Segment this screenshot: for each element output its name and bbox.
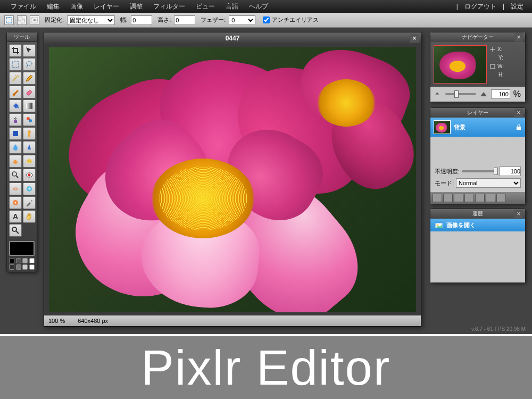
swatch[interactable] [29,258,35,263]
selection-mode-add-icon[interactable] [17,15,27,25]
swatch[interactable] [9,264,14,270]
delete-layer-icon[interactable] [464,194,474,202]
svg-point-7 [18,107,19,109]
move-tool-icon[interactable] [23,44,36,57]
opacity-label: 不透明度: [435,168,460,176]
tools-panel: ツール A [6,32,37,272]
replace-color-tool-icon[interactable] [23,113,36,126]
history-title[interactable]: 履歴 × [430,209,525,219]
zoomout-icon[interactable] [435,92,442,97]
close-icon[interactable]: × [514,210,523,218]
history-title-text: 履歴 [472,211,483,217]
shape-tool-icon[interactable] [9,127,22,140]
svg-point-6 [27,61,32,65]
lasso-tool-icon[interactable] [23,58,36,71]
history-item[interactable]: 画像を開く [430,219,525,231]
swatch[interactable] [16,258,21,263]
selection-mode-new-icon[interactable] [4,15,14,25]
history-panel: 履歴 × 画像を開く [430,209,526,283]
svg-point-32 [437,225,438,226]
clone-tool-icon[interactable] [9,113,22,126]
zoomin-icon[interactable] [479,91,488,97]
navigator-thumbnail[interactable] [434,45,487,84]
foreground-color[interactable] [9,241,35,256]
pencil-tool-icon[interactable] [23,72,36,85]
navigator-title[interactable]: ナビゲーター × [430,32,525,42]
layer-row[interactable]: 背景 [430,118,525,137]
close-icon[interactable]: × [514,33,523,41]
color-picker[interactable] [7,239,37,272]
zoom-slider[interactable] [445,93,476,95]
crop-tool-icon[interactable] [9,44,22,57]
height-label: 高さ: [157,16,171,24]
swatch[interactable] [9,258,14,263]
menu-filter[interactable]: フィルター [148,2,190,11]
close-icon[interactable]: × [410,34,419,43]
selection-mode-subtract-icon[interactable] [30,15,39,25]
menu-file[interactable]: ファイル [5,2,41,11]
close-icon[interactable]: × [514,109,523,117]
bloat-tool-icon[interactable] [23,182,36,195]
layers-panel: レイヤー × 背景 不透明度: モード [430,107,526,204]
zoom-input[interactable] [491,89,510,99]
svg-rect-0 [6,17,12,23]
down-icon[interactable] [486,194,495,202]
swatch[interactable] [22,264,28,270]
menu-separator: | [453,3,461,10]
mode-label: モード: [435,179,454,187]
deform-tool-icon[interactable] [23,127,36,140]
opacity-input[interactable] [500,167,521,176]
menu-help[interactable]: ヘルプ [244,2,273,11]
menu-language[interactable]: 言語 [220,2,244,11]
heal-tool-icon[interactable] [9,182,22,195]
layers-title[interactable]: レイヤー × [430,108,525,118]
swatch[interactable] [22,258,28,263]
sponge-tool-icon[interactable] [23,155,36,168]
canvas-window: 0447 × [44,32,421,327]
gradient-tool-icon[interactable] [23,99,36,112]
pinch-tool-icon[interactable] [9,196,22,209]
menu-logout[interactable]: ログアウト [461,2,500,11]
canvas-title[interactable]: 0447 × [44,32,421,44]
lock-icon[interactable] [516,124,522,130]
feather-select[interactable]: 0 [229,15,255,25]
mask-icon[interactable] [443,194,453,202]
svg-rect-29 [491,64,495,69]
width-input[interactable] [131,15,152,25]
bucket-tool-icon[interactable] [9,99,22,112]
menu-edit[interactable]: 編集 [41,2,65,11]
type-tool-icon[interactable]: A [9,210,22,223]
dodge-tool-icon[interactable] [9,169,22,181]
antialias-checkbox[interactable] [263,16,270,23]
swatch[interactable] [29,264,35,270]
zoom-tool-icon[interactable] [9,224,22,237]
styles-icon[interactable] [454,194,463,202]
swatch[interactable] [16,264,21,270]
canvas-image[interactable] [49,47,416,312]
opacity-slider[interactable] [462,170,497,172]
wand-tool-icon[interactable] [9,72,22,85]
lock-select[interactable]: 固定化なし [67,15,115,25]
canvas-title-text: 0447 [226,35,240,42]
menu-view[interactable]: ビュー [190,2,220,11]
new-layer-icon[interactable] [433,194,442,202]
height-input[interactable] [174,15,195,25]
eyedropper-tool-icon[interactable] [23,196,36,209]
blur-tool-icon[interactable] [9,141,22,154]
menu-adjust[interactable]: 調整 [124,2,148,11]
redeye-tool-icon[interactable] [23,169,36,181]
menu-image[interactable]: 画像 [65,2,88,11]
merge-icon[interactable] [496,194,506,202]
menu-layer[interactable]: レイヤー [88,2,124,11]
hand-tool-icon[interactable] [23,210,36,223]
blend-mode-select[interactable]: Normal [456,178,521,188]
smudge-tool-icon[interactable] [9,155,22,168]
sharpen-tool-icon[interactable] [23,141,36,154]
brush-tool-icon[interactable] [9,86,22,98]
svg-rect-4 [34,19,36,21]
menu-settings[interactable]: 設定 [508,2,527,11]
marquee-tool-icon[interactable] [9,58,22,71]
eraser-tool-icon[interactable] [23,86,36,98]
svg-point-22 [14,189,15,189]
up-icon[interactable] [475,194,485,202]
